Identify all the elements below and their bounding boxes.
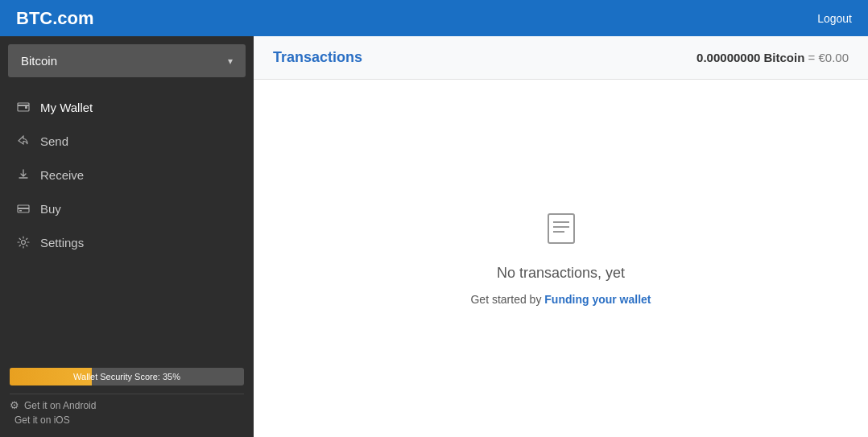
sidebar-item-send[interactable]: Send [0,124,254,158]
svg-rect-2 [25,106,27,109]
divider [10,394,244,394]
android-label: Get it on Android [24,400,96,411]
sidebar-item-label: Buy [40,202,61,216]
ios-label: Get it on iOS [14,414,70,426]
chevron-down-icon: ▾ [228,56,233,67]
sidebar-item-label: Receive [40,168,84,182]
balance-eur: = €0.00 [808,51,849,64]
buy-icon [16,201,31,216]
android-icon: ⚙ [10,399,19,411]
empty-title: No transactions, yet [497,265,625,282]
sidebar-item-settings[interactable]: Settings [0,225,254,259]
logo: BTC.com [16,8,94,29]
sidebar-item-buy[interactable]: Buy [0,192,254,225]
android-link[interactable]: ⚙ Get it on Android [10,399,244,411]
security-score-label: Wallet Security Score: 35% [73,372,180,381]
empty-subtitle: Get started by Funding your wallet [470,293,651,306]
svg-point-6 [22,241,26,245]
transactions-body: No transactions, yet Get started by Fund… [254,80,868,437]
svg-rect-7 [548,214,574,243]
ios-link[interactable]: Get it on iOS [10,414,244,426]
security-score-bar[interactable]: Wallet Security Score: 35% [10,368,244,385]
send-icon [16,134,31,148]
sidebar-item-receive[interactable]: Receive [0,158,254,192]
settings-icon [16,235,31,249]
svg-rect-1 [18,105,29,106]
sidebar-item-my-wallet[interactable]: My Wallet [0,90,254,124]
currency-label: Bitcoin [21,54,57,68]
main-content: Transactions 0.00000000 Bitcoin = €0.00 … [254,36,868,437]
sidebar-bottom: Wallet Security Score: 35% ⚙ Get it on A… [0,360,254,437]
wallet-icon [16,100,31,114]
header: BTC.com Logout [0,0,868,36]
balance-btc: 0.00000000 Bitcoin [696,51,804,64]
empty-subtitle-prefix: Get started by [470,293,544,306]
funding-link[interactable]: Funding your wallet [544,293,651,306]
nav-items: My Wallet Send Receive [0,82,254,360]
main-layout: Bitcoin ▾ My Wallet [0,36,868,437]
svg-rect-4 [18,208,29,209]
sidebar: Bitcoin ▾ My Wallet [0,36,254,437]
empty-transactions-icon [544,211,579,254]
app-links: ⚙ Get it on Android Get it on iOS [10,399,244,426]
balance-display: 0.00000000 Bitcoin = €0.00 [696,51,849,64]
sidebar-item-label: My Wallet [40,101,93,114]
sidebar-item-label: Send [40,134,68,148]
currency-selector[interactable]: Bitcoin ▾ [8,44,246,77]
sidebar-item-label: Settings [40,236,84,249]
transactions-header: Transactions 0.00000000 Bitcoin = €0.00 [254,36,868,80]
logout-button[interactable]: Logout [817,12,852,25]
svg-rect-5 [19,210,22,212]
receive-icon [16,167,31,182]
transactions-title: Transactions [273,49,362,66]
